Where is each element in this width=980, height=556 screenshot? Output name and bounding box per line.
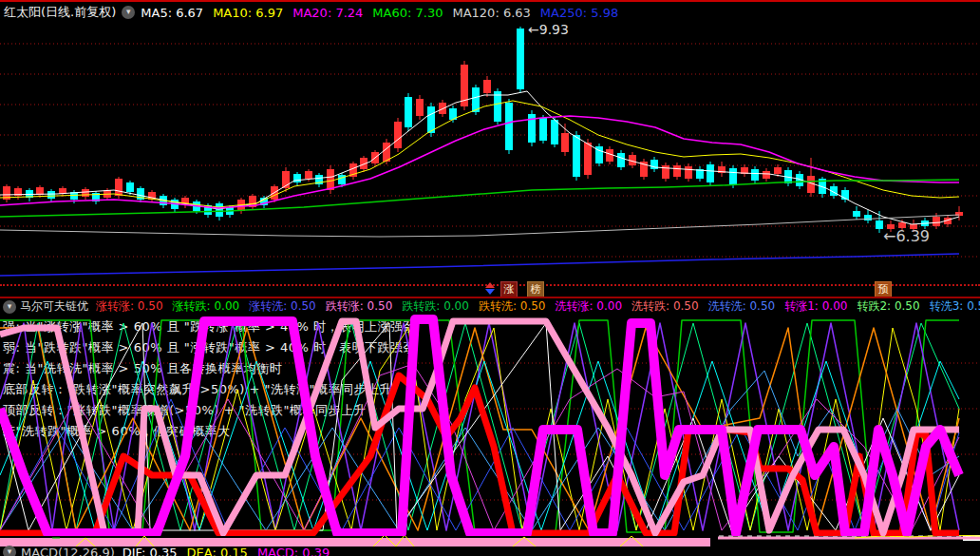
svg-text:←9.93: ←9.93	[528, 22, 569, 37]
readout-item: MA5: 6.67	[141, 6, 203, 20]
readout-item: 转洗3: 0.50	[930, 299, 980, 313]
ma-readout-list: MA5: 6.67MA10: 6.97MA20: 7.24MA60: 7.30M…	[141, 6, 628, 20]
forecast-badge[interactable]: 预	[875, 281, 892, 297]
readout-item: MA60: 7.30	[372, 6, 443, 20]
readout-item: DEA: 0.15	[187, 546, 248, 556]
readout-item: 跌转涨: 0.50	[326, 299, 393, 313]
macd-header: ▾ MACD(12,26,9) DIF: 0.35DEA: 0.15MACD: …	[0, 546, 980, 556]
indicator-header: ▾ 马尔可夫链优 涨转涨: 0.50涨转跌: 0.00涨转洗: 0.50跌转涨:…	[0, 298, 980, 315]
chevron-down-icon[interactable]: ▾	[122, 6, 135, 19]
readout-item: 涨转洗: 0.50	[249, 299, 316, 313]
readout-item: MA120: 6.63	[452, 6, 530, 20]
readout-item: MA10: 6.97	[213, 6, 283, 20]
title-bar: 红太阳(日线.前复权) ▾ MA5: 6.67MA10: 6.97MA20: 7…	[0, 0, 980, 23]
readout-item: MA20: 7.24	[292, 6, 363, 20]
readout-item: 洗转跌: 0.50	[631, 299, 699, 313]
candlestick-chart[interactable]: ←9.93←6.39	[0, 21, 980, 281]
readout-item: MA250: 5.98	[540, 6, 618, 20]
up-down-arrows-icon[interactable]	[485, 282, 497, 296]
board-badge[interactable]: 榜	[527, 281, 544, 297]
readout-item: 涨转跌: 0.00	[173, 299, 240, 313]
readout-item: 转跌2: 0.50	[857, 299, 919, 313]
panel-separator: 涨 榜 预	[0, 281, 980, 298]
rise-badge[interactable]: 涨	[500, 281, 518, 297]
readout-item: 跌转跌: 0.00	[402, 299, 469, 313]
collapse-icon[interactable]: ▾	[3, 300, 16, 314]
macd-name[interactable]: MACD(12,26,9)	[21, 546, 115, 556]
markov-indicator-chart[interactable]	[0, 314, 980, 536]
indicator-name[interactable]: 马尔可夫链优	[20, 298, 88, 315]
readout-item: 洗转涨: 0.00	[555, 299, 622, 313]
indicator-readout-list: 涨转涨: 0.50涨转跌: 0.00涨转洗: 0.50跌转涨: 0.50跌转跌:…	[96, 298, 980, 315]
readout-item: 洗转洗: 0.50	[708, 299, 776, 313]
readout-item: DIF: 0.35	[122, 546, 178, 556]
readout-item: 跌转洗: 0.50	[479, 299, 546, 313]
svg-text:←6.39: ←6.39	[883, 227, 930, 245]
readout-item: MACD: 0.39	[257, 546, 330, 556]
trading-app-window: 红太阳(日线.前复权) ▾ MA5: 6.67MA10: 6.97MA20: 7…	[0, 0, 980, 556]
readout-item: 涨转涨: 0.50	[96, 299, 163, 313]
stock-title[interactable]: 红太阳(日线.前复权)	[4, 4, 116, 21]
collapse-icon[interactable]: ▾	[3, 546, 16, 556]
readout-item: 转涨1: 0.00	[784, 299, 847, 313]
macd-readout-list: DIF: 0.35DEA: 0.15MACD: 0.39	[122, 546, 340, 556]
